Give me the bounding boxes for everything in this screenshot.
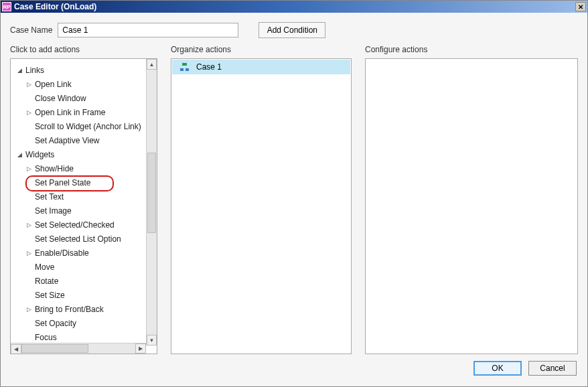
panels-row: ◢Links ▷Open Link Close Window ▷Open Lin… xyxy=(1,54,587,354)
tree-group-widgets[interactable]: ◢Widgets xyxy=(11,147,157,161)
footer: OK Cancel xyxy=(1,354,587,382)
organize-case-row[interactable]: Case 1 xyxy=(172,60,350,74)
scroll-up-icon[interactable]: ▲ xyxy=(147,59,157,70)
expand-icon[interactable]: ▷ xyxy=(25,306,32,313)
scroll-left-icon[interactable]: ◀ xyxy=(11,344,21,354)
cancel-button[interactable]: Cancel xyxy=(528,361,577,376)
actions-tree[interactable]: ◢Links ▷Open Link Close Window ▷Open Lin… xyxy=(11,59,157,347)
tree-item-set-selected[interactable]: ▷Set Selected/Checked xyxy=(11,218,157,232)
expand-icon[interactable]: ▷ xyxy=(25,250,32,256)
tree-item-rotate[interactable]: Rotate xyxy=(11,274,157,288)
header-configure: Configure actions xyxy=(365,45,578,54)
header-click-actions: Click to add actions xyxy=(10,45,157,54)
scroll-right-icon[interactable]: ▶ xyxy=(135,343,146,354)
tree-item-set-image[interactable]: Set Image xyxy=(11,204,157,218)
case-name-row: Case Name Add Condition xyxy=(1,13,587,45)
tree-group-links[interactable]: ◢Links xyxy=(11,63,157,77)
case-name-label: Case Name xyxy=(10,25,52,35)
vertical-scrollbar[interactable]: ▲ ▼ xyxy=(146,59,157,345)
tree-item-set-panel-state[interactable]: Set Panel State xyxy=(11,175,157,189)
tree-item-close-window[interactable]: Close Window xyxy=(11,91,157,105)
add-condition-button[interactable]: Add Condition xyxy=(259,22,325,38)
case-editor-window: RP Case Editor (OnLoad) ✕ Case Name Add … xyxy=(0,0,588,387)
ok-button[interactable]: OK xyxy=(473,361,522,376)
configure-panel xyxy=(365,58,578,354)
expand-icon[interactable]: ▷ xyxy=(25,222,32,228)
tree-item-enable-disable[interactable]: ▷Enable/Disable xyxy=(11,246,157,260)
column-headers: Click to add actions Organize actions Co… xyxy=(1,45,587,54)
window-title: Case Editor (OnLoad) xyxy=(14,2,575,11)
tree-item-bring-front-back[interactable]: ▷Bring to Front/Back xyxy=(11,302,157,316)
tree-item-open-link-frame[interactable]: ▷Open Link in Frame xyxy=(11,105,157,119)
case-icon xyxy=(180,63,190,71)
tree-item-set-size[interactable]: Set Size xyxy=(11,288,157,302)
tree-item-adaptive-view[interactable]: Set Adaptive View xyxy=(11,133,157,147)
app-icon: RP xyxy=(2,2,11,11)
scroll-down-icon[interactable]: ▼ xyxy=(147,335,157,345)
collapse-icon[interactable]: ◢ xyxy=(16,151,23,158)
titlebar[interactable]: RP Case Editor (OnLoad) ✕ xyxy=(1,1,587,13)
organize-panel: Case 1 xyxy=(171,58,352,354)
tree-item-set-text[interactable]: Set Text xyxy=(11,189,157,204)
horizontal-scrollbar[interactable]: ◀ ▶ xyxy=(11,343,146,354)
organize-case-label: Case 1 xyxy=(196,62,222,72)
collapse-icon[interactable]: ◢ xyxy=(16,67,23,74)
expand-icon[interactable]: ▷ xyxy=(25,165,32,172)
tree-item-set-list-option[interactable]: Set Selected List Option xyxy=(11,232,157,246)
tree-item-move[interactable]: Move xyxy=(11,260,157,274)
close-icon[interactable]: ✕ xyxy=(575,2,586,11)
expand-icon[interactable]: ▷ xyxy=(25,109,32,116)
tree-item-set-opacity[interactable]: Set Opacity xyxy=(11,316,157,330)
tree-item-show-hide[interactable]: ▷Show/Hide xyxy=(11,161,157,175)
expand-icon[interactable]: ▷ xyxy=(25,81,32,88)
tree-item-scroll-widget[interactable]: Scroll to Widget (Anchor Link) xyxy=(11,119,157,133)
scroll-thumb[interactable] xyxy=(21,344,88,353)
tree-item-open-link[interactable]: ▷Open Link xyxy=(11,77,157,91)
scroll-thumb[interactable] xyxy=(147,153,156,233)
case-name-input[interactable] xyxy=(58,23,238,37)
tree-item-focus[interactable]: Focus xyxy=(11,330,157,344)
actions-tree-panel: ◢Links ▷Open Link Close Window ▷Open Lin… xyxy=(10,58,157,354)
header-organize: Organize actions xyxy=(171,45,352,54)
